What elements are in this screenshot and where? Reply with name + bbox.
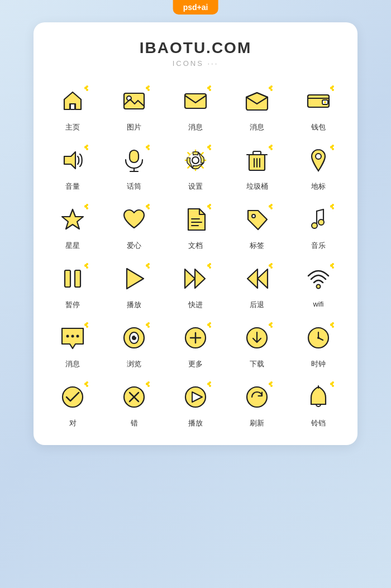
document-icon (179, 203, 212, 236)
star-icon (56, 203, 89, 236)
icon-cell-msg-closed: 消息 (168, 84, 223, 132)
svg-rect-27 (75, 270, 80, 287)
icon-cell-msg-open: 消息 (229, 84, 285, 132)
close-circle-icon (117, 380, 151, 414)
document-label: 文档 (188, 241, 203, 251)
icon-cell-volume: 音量 (45, 144, 101, 192)
card-header: IBAOTU.COM ICONS ··· (45, 39, 346, 68)
icon-cell-check: 对 (45, 380, 101, 428)
svg-point-36 (77, 335, 79, 338)
icon-cell-tag: 标签 (229, 203, 285, 251)
svg-marker-29 (185, 269, 195, 288)
ff-label: 快进 (188, 300, 203, 310)
icon-cell-ff: 快进 (168, 262, 223, 310)
bell-label: 铃铛 (311, 418, 326, 428)
icon-cell-heart: 爱心 (106, 203, 162, 251)
volume-label: 音量 (65, 181, 80, 192)
more-label: 更多 (188, 359, 203, 369)
icon-cell-close: 错 (106, 380, 162, 428)
location-icon (302, 144, 335, 177)
bell-icon (302, 380, 335, 414)
download-label: 下载 (250, 359, 264, 369)
mic-label: 话筒 (127, 181, 141, 192)
settings-icon (179, 144, 212, 177)
rewind-label: 后退 (250, 300, 264, 310)
svg-rect-0 (70, 104, 75, 109)
svg-point-24 (312, 223, 317, 228)
browse-label: 浏览 (127, 359, 141, 369)
icon-cell-music: 音乐 (290, 203, 346, 251)
wallet-label: 钱包 (311, 122, 326, 132)
image-icon (117, 84, 151, 118)
svg-point-25 (318, 219, 324, 225)
icon-cell-browse: 浏览 (106, 321, 162, 369)
download-icon (240, 321, 274, 355)
play-icon (117, 262, 151, 295)
refresh-icon (240, 380, 274, 414)
message-open-icon (240, 84, 274, 118)
icon-grid: 主页 图片 消息 (45, 84, 346, 428)
wallet-icon (302, 84, 335, 118)
play-circle-icon (179, 380, 212, 414)
svg-point-6 (324, 101, 326, 103)
heart-label: 爱心 (127, 241, 141, 251)
svg-point-35 (71, 335, 74, 338)
music-icon (302, 203, 335, 236)
icon-cell-play-circle: 播放 (168, 380, 223, 428)
svg-point-55 (247, 387, 267, 407)
svg-marker-28 (127, 269, 144, 289)
image-label: 图片 (127, 122, 141, 132)
icon-cell-wallet: 钱包 (290, 84, 346, 132)
settings-label: 设置 (188, 181, 203, 192)
heart-icon (117, 203, 151, 236)
svg-point-34 (66, 335, 69, 338)
icon-cell-document: 文档 (168, 203, 223, 251)
main-card: IBAOTU.COM ICONS ··· 主页 (34, 22, 357, 445)
clock-label: 时钟 (311, 359, 326, 369)
svg-marker-32 (247, 269, 258, 288)
pause-label: 暂停 (65, 300, 80, 310)
icon-cell-location: 地标 (290, 144, 346, 192)
icon-cell-mic: 话筒 (106, 144, 162, 192)
icon-cell-star: 星星 (45, 203, 101, 251)
rewind-icon (240, 262, 274, 295)
svg-rect-8 (130, 150, 139, 162)
svg-marker-30 (195, 269, 205, 288)
icon-cell-clock: 时钟 (290, 321, 346, 369)
svg-point-11 (192, 157, 199, 164)
svg-rect-14 (253, 151, 261, 155)
svg-point-18 (316, 154, 321, 159)
svg-point-49 (63, 387, 83, 407)
card-title: IBAOTU.COM (45, 39, 346, 57)
clock-icon (302, 321, 335, 355)
microphone-icon (117, 144, 151, 177)
icon-cell-play: 播放 (106, 262, 162, 310)
fast-forward-icon (179, 262, 212, 295)
browse-icon (117, 321, 151, 355)
svg-point-48 (317, 337, 320, 339)
svg-rect-26 (65, 270, 70, 287)
icon-cell-image: 图片 (106, 84, 162, 132)
icon-cell-refresh: 刷新 (229, 380, 285, 428)
tag-icon (240, 203, 274, 236)
icon-cell-bell: 铃铛 (290, 380, 346, 428)
tag-label: 标签 (250, 241, 264, 251)
music-label: 音乐 (311, 241, 326, 251)
icon-cell-settings: 设置 (168, 144, 223, 192)
icon-cell-rewind: 后退 (229, 262, 285, 310)
msg-open-label: 消息 (250, 122, 264, 132)
top-badge: psd+ai (173, 0, 218, 15)
svg-marker-7 (64, 152, 75, 169)
svg-point-23 (252, 214, 255, 218)
icon-cell-download: 下载 (229, 321, 285, 369)
volume-icon (56, 144, 89, 177)
close-label: 错 (131, 418, 138, 428)
icon-cell-more: 更多 (168, 321, 223, 369)
home-icon (56, 84, 89, 118)
wifi-label: wifi (313, 300, 324, 308)
icon-cell-wifi: wifi (290, 262, 346, 310)
check-label: 对 (69, 418, 77, 428)
refresh-label: 刷新 (250, 418, 264, 428)
chat-icon (56, 321, 89, 355)
play-circle-label: 播放 (188, 418, 203, 428)
